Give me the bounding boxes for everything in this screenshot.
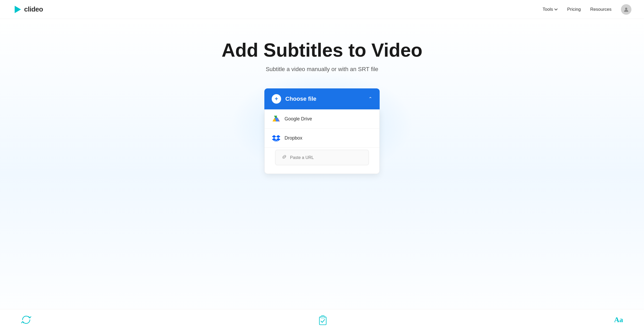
choose-file-button[interactable]: + Choose file ⌃ <box>264 88 380 109</box>
logo[interactable]: clideo <box>13 5 43 14</box>
clipboard-check-button[interactable] <box>317 314 328 325</box>
plus-symbol: + <box>275 96 278 102</box>
nav-resources[interactable]: Resources <box>590 7 612 12</box>
clipboard-check-icon <box>317 314 328 325</box>
nav-tools[interactable]: Tools <box>543 7 558 12</box>
url-input[interactable] <box>290 155 362 160</box>
refresh-button[interactable] <box>21 315 31 325</box>
text-size-button[interactable]: Aa <box>614 316 623 324</box>
dropdown-panel: Google Drive Dropbox <box>264 109 380 174</box>
url-input-container <box>265 150 379 174</box>
page-subtitle: Subtitle a video manually or with an SRT… <box>266 66 378 73</box>
google-drive-label: Google Drive <box>285 116 312 122</box>
pricing-label: Pricing <box>567 7 581 12</box>
resources-label: Resources <box>590 7 612 12</box>
header: clideo Tools Pricing Resources <box>0 0 644 19</box>
text-size-icon: Aa <box>614 316 623 324</box>
bottom-toolbar: Aa <box>0 309 644 330</box>
plus-circle-icon: + <box>272 94 281 104</box>
nav: Tools Pricing Resources <box>543 4 631 15</box>
user-avatar[interactable] <box>621 4 631 15</box>
svg-rect-8 <box>321 316 325 318</box>
main-content: Add Subtitles to Video Subtitle a video … <box>0 19 644 330</box>
upload-container: + Choose file ⌃ Google Drive <box>264 88 380 174</box>
page-title: Add Subtitles to Video <box>222 40 423 61</box>
dropbox-option[interactable]: Dropbox <box>265 129 379 148</box>
chevron-down-icon <box>554 8 558 11</box>
avatar-icon <box>623 7 629 12</box>
dropbox-label: Dropbox <box>285 135 302 141</box>
clideo-logo-icon <box>13 5 22 14</box>
svg-point-1 <box>625 8 627 10</box>
choose-file-left: + Choose file <box>272 94 316 104</box>
url-input-wrapper <box>275 150 369 165</box>
google-drive-icon <box>272 115 280 123</box>
logo-text: clideo <box>24 5 43 13</box>
choose-file-label: Choose file <box>285 95 316 102</box>
tools-label: Tools <box>543 7 553 12</box>
link-icon <box>282 154 287 161</box>
dropbox-icon <box>272 134 280 142</box>
svg-marker-0 <box>15 6 21 13</box>
google-drive-option[interactable]: Google Drive <box>265 109 379 129</box>
refresh-icon <box>21 315 31 325</box>
chevron-up-icon: ⌃ <box>368 96 372 102</box>
nav-pricing[interactable]: Pricing <box>567 7 581 12</box>
link-svg-icon <box>282 154 287 159</box>
